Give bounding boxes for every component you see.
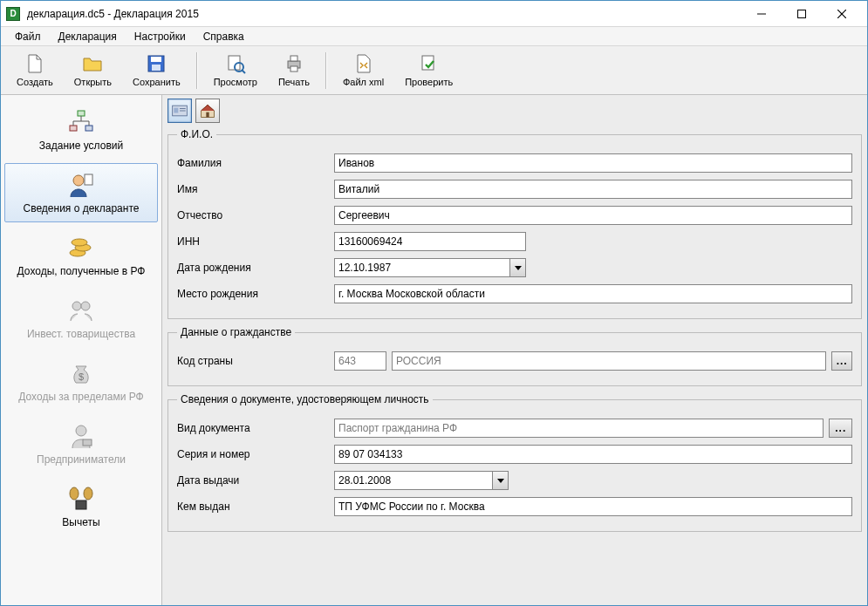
app-icon: D (6, 7, 20, 21)
check-label: Проверить (405, 77, 453, 87)
create-label: Создать (17, 77, 53, 87)
svg-rect-6 (152, 65, 161, 71)
menu-settings[interactable]: Настройки (127, 29, 193, 44)
create-button[interactable]: Создать (6, 51, 64, 89)
coins-icon (67, 234, 95, 262)
input-last-name[interactable] (334, 153, 852, 173)
new-file-icon (24, 53, 45, 74)
save-label: Сохранить (133, 77, 181, 87)
sidebar: Задание условий Сведения о декларанте До… (1, 95, 162, 605)
tab-personal-info[interactable] (167, 99, 192, 123)
subtabs (167, 99, 862, 123)
filexml-label: Файл xml (343, 77, 384, 87)
print-label: Печать (278, 77, 310, 87)
dropdown-birth-date[interactable] (509, 259, 525, 276)
label-doc-date: Дата выдачи (177, 474, 334, 487)
svg-rect-5 (151, 57, 161, 62)
combo-doc-date[interactable] (334, 471, 509, 490)
sidebar-item-income-rf[interactable]: Доходы, полученные в РФ (4, 226, 158, 285)
input-doc-issued[interactable] (334, 497, 852, 516)
svg-rect-14 (78, 111, 85, 116)
close-button[interactable] (822, 1, 862, 27)
input-birth-date[interactable] (335, 259, 509, 276)
svg-rect-29 (76, 500, 86, 509)
input-doc-serial[interactable] (334, 445, 852, 464)
label-birth-date: Дата рождения (177, 262, 334, 274)
svg-point-23 (81, 302, 90, 310)
svg-point-17 (73, 175, 84, 186)
sidebar-label-income-abroad: Доходы за пределами РФ (18, 391, 143, 403)
entrepreneur-icon (67, 422, 95, 450)
open-button[interactable]: Открыть (64, 51, 122, 89)
conditions-icon (67, 108, 95, 136)
content-area: Задание условий Сведения о декларанте До… (1, 95, 867, 605)
svg-line-9 (242, 70, 245, 73)
svg-rect-1 (798, 10, 806, 17)
svg-rect-26 (83, 439, 92, 446)
lookup-doc-kind[interactable] (829, 419, 852, 438)
legend-citizenship: Данные о гражданстве (177, 326, 295, 338)
save-button[interactable]: Сохранить (122, 51, 191, 89)
close-icon (837, 10, 846, 18)
window-title: декларация.dc5 - Декларация 2015 (27, 8, 742, 20)
sidebar-label-conditions: Задание условий (39, 140, 123, 152)
sidebar-item-declarant[interactable]: Сведения о декларанте (4, 163, 158, 222)
label-patronymic: Отчество (177, 209, 334, 221)
maximize-button[interactable] (782, 1, 822, 27)
dropdown-doc-date[interactable] (492, 472, 508, 489)
open-label: Открыть (74, 77, 112, 87)
menu-help[interactable]: Справка (196, 29, 251, 44)
label-first-name: Имя (177, 183, 334, 195)
minimize-button[interactable] (742, 1, 782, 27)
input-doc-kind (334, 419, 824, 438)
svg-rect-12 (290, 66, 297, 71)
combo-birth-date[interactable] (334, 258, 526, 277)
label-last-name: Фамилия (177, 157, 334, 169)
svg-rect-34 (206, 112, 208, 118)
preview-label: Просмотр (214, 77, 257, 87)
menu-file[interactable]: Файл (8, 29, 48, 44)
input-doc-date[interactable] (335, 472, 492, 489)
toolbar: Создать Открыть Сохранить Просмотр Печат… (1, 46, 867, 95)
main-panel: Ф.И.О. Фамилия Имя Отчество ИНН Дата рож… (162, 95, 867, 605)
legend-iddoc: Сведения о документе, удостоверяющем лич… (177, 393, 433, 405)
input-patronymic[interactable] (334, 206, 852, 225)
deductions-icon (67, 485, 95, 513)
preview-icon (225, 53, 246, 74)
fieldset-citizenship: Данные о гражданстве Код страны (167, 326, 862, 386)
toolbar-separator-1 (196, 52, 198, 89)
filexml-button[interactable]: Файл xml (332, 51, 394, 89)
input-birth-place[interactable] (334, 284, 852, 303)
toolbar-separator-2 (325, 52, 327, 89)
input-country-code (334, 351, 386, 371)
label-doc-serial: Серия и номер (177, 448, 334, 460)
window-controls (742, 1, 862, 27)
fieldset-fio: Ф.И.О. Фамилия Имя Отчество ИНН Дата рож… (167, 128, 862, 319)
sidebar-item-deductions[interactable]: Вычеты (4, 477, 158, 536)
lookup-country[interactable] (831, 351, 852, 371)
svg-rect-16 (85, 126, 92, 131)
input-inn[interactable] (334, 232, 526, 251)
menu-declaration[interactable]: Декларация (51, 29, 124, 44)
money-bag-icon: $ (67, 359, 95, 387)
sidebar-label-declarant: Сведения о декларанте (24, 202, 140, 214)
printer-icon (284, 53, 304, 74)
sidebar-item-income-abroad[interactable]: $ Доходы за пределами РФ (4, 351, 158, 411)
check-button[interactable]: Проверить (394, 51, 463, 89)
sidebar-item-conditions[interactable]: Задание условий (4, 100, 158, 160)
label-country-code: Код страны (177, 355, 334, 367)
input-first-name[interactable] (334, 180, 852, 199)
sidebar-item-entrepreneur[interactable]: Предприниматели (4, 414, 158, 473)
tab-address[interactable] (195, 99, 220, 123)
svg-point-25 (76, 426, 86, 436)
save-icon (146, 53, 167, 74)
preview-button[interactable]: Просмотр (203, 51, 268, 89)
invest-icon (67, 296, 95, 324)
label-birth-place: Место рождения (177, 288, 334, 300)
svg-text:$: $ (79, 371, 84, 382)
label-doc-issued: Кем выдан (177, 500, 334, 513)
sidebar-label-invest: Инвест. товарищества (27, 328, 135, 340)
sidebar-item-invest[interactable]: Инвест. товарищества (4, 289, 158, 348)
print-button[interactable]: Печать (268, 51, 320, 89)
house-icon (199, 102, 216, 119)
